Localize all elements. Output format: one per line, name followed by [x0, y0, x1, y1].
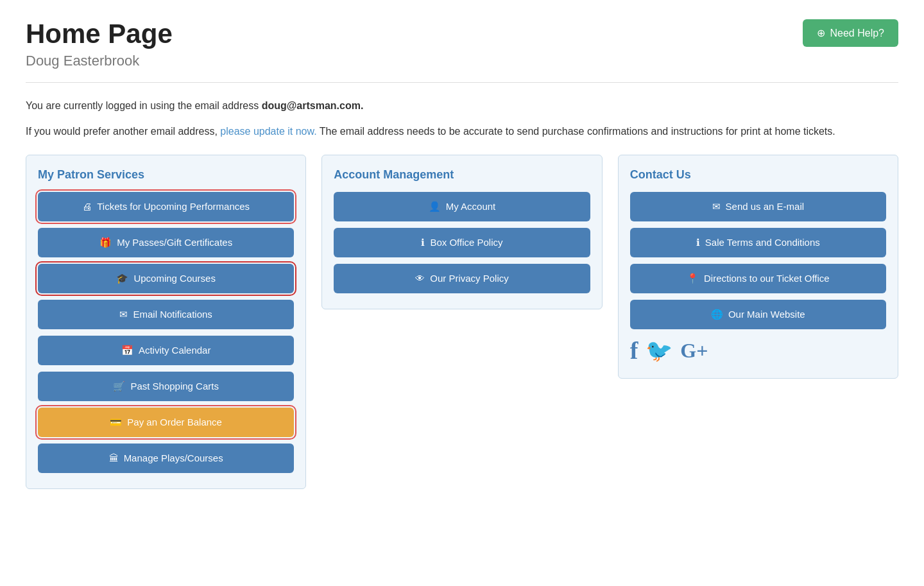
activity-calendar-label: Activity Calendar: [139, 345, 211, 356]
box-office-label: Box Office Policy: [430, 237, 502, 248]
email-notifications-button[interactable]: ✉ Email Notifications: [38, 300, 294, 329]
panels-container: My Patron Services 🖨 Tickets for Upcomin…: [26, 155, 898, 489]
patron-panel-title: My Patron Services: [38, 168, 294, 182]
envelope-icon: ✉: [119, 309, 128, 320]
manage-plays-label: Manage Plays/Courses: [124, 452, 223, 464]
calendar-icon: 📅: [121, 345, 133, 356]
need-help-button[interactable]: ⊕ Need Help?: [803, 19, 899, 47]
passes-label: My Passes/Gift Certificates: [117, 237, 232, 248]
update-prefix: If you would prefer another email addres…: [26, 126, 220, 137]
social-links: f 🐦 G+: [630, 338, 886, 363]
tickets-button[interactable]: 🖨 Tickets for Upcoming Performances: [38, 192, 294, 221]
directions-label: Directions to our Ticket Office: [704, 273, 830, 284]
location-icon: 📍: [687, 273, 699, 284]
main-website-button[interactable]: 🌐 Our Main Website: [630, 300, 886, 329]
help-icon: ⊕: [817, 27, 825, 39]
send-email-label: Send us an E-mail: [726, 201, 805, 212]
my-account-label: My Account: [446, 201, 496, 212]
contact-panel-title: Contact Us: [630, 168, 886, 182]
privacy-policy-button[interactable]: 👁 Our Privacy Policy: [334, 264, 590, 293]
pay-balance-button[interactable]: 💳 Pay an Order Balance: [38, 408, 294, 437]
twitter-icon[interactable]: 🐦: [646, 340, 672, 361]
update-email-info: If you would prefer another email addres…: [26, 124, 898, 139]
tickets-label: Tickets for Upcoming Performances: [97, 201, 250, 212]
sale-terms-button[interactable]: ℹ Sale Terms and Conditions: [630, 228, 886, 257]
account-btn-group: 👤 My Account ℹ Box Office Policy 👁 Our P…: [334, 192, 590, 293]
sale-terms-label: Sale Terms and Conditions: [705, 237, 820, 248]
print-icon: 🖨: [82, 201, 92, 212]
directions-button[interactable]: 📍 Directions to our Ticket Office: [630, 264, 886, 293]
cart-icon: 🛒: [113, 381, 125, 392]
patron-btn-group: 🖨 Tickets for Upcoming Performances 🎁 My…: [38, 192, 294, 473]
past-shopping-label: Past Shopping Carts: [130, 381, 219, 392]
box-office-policy-button[interactable]: ℹ Box Office Policy: [334, 228, 590, 257]
graduation-icon: 🎓: [116, 273, 128, 284]
page-subtitle: Doug Easterbrook: [26, 53, 173, 69]
page-header: Home Page Doug Easterbrook ⊕ Need Help?: [26, 19, 898, 69]
manage-plays-button[interactable]: 🏛 Manage Plays/Courses: [38, 444, 294, 473]
contact-us-panel: Contact Us ✉ Send us an E-mail ℹ Sale Te…: [618, 155, 898, 379]
pay-balance-label: Pay an Order Balance: [127, 417, 222, 428]
main-website-label: Our Main Website: [728, 309, 805, 320]
building-icon: 🏛: [109, 452, 119, 464]
account-panel-title: Account Management: [334, 168, 590, 182]
eye-icon: 👁: [415, 273, 425, 284]
need-help-label: Need Help?: [830, 28, 885, 39]
contact-btn-group: ✉ Send us an E-mail ℹ Sale Terms and Con…: [630, 192, 886, 329]
logged-in-info: You are currently logged in using the em…: [26, 98, 898, 114]
my-account-button[interactable]: 👤 My Account: [334, 192, 590, 221]
email-icon: ✉: [712, 201, 721, 212]
user-icon: 👤: [429, 201, 441, 212]
page-title: Home Page: [26, 19, 173, 49]
globe-icon: 🌐: [711, 309, 723, 320]
passes-button[interactable]: 🎁 My Passes/Gift Certificates: [38, 228, 294, 257]
past-shopping-button[interactable]: 🛒 Past Shopping Carts: [38, 372, 294, 401]
payment-icon: 💳: [110, 417, 122, 428]
facebook-icon[interactable]: f: [630, 338, 638, 363]
account-management-panel: Account Management 👤 My Account ℹ Box Of…: [321, 155, 602, 309]
courses-label: Upcoming Courses: [133, 273, 216, 284]
info-icon: ℹ: [421, 237, 425, 248]
logged-in-prefix: You are currently logged in using the em…: [26, 100, 262, 111]
user-email: doug@artsman.com.: [262, 100, 364, 111]
title-block: Home Page Doug Easterbrook: [26, 19, 173, 69]
googleplus-icon[interactable]: G+: [680, 340, 708, 361]
sale-terms-icon: ℹ: [696, 237, 700, 248]
send-email-button[interactable]: ✉ Send us an E-mail: [630, 192, 886, 221]
email-notifications-label: Email Notifications: [133, 309, 212, 320]
patron-services-panel: My Patron Services 🖨 Tickets for Upcomin…: [26, 155, 306, 489]
gift-icon: 🎁: [99, 237, 112, 248]
activity-calendar-button[interactable]: 📅 Activity Calendar: [38, 336, 294, 365]
update-suffix: The email address needs to be accurate t…: [317, 126, 835, 137]
header-divider: [26, 82, 898, 83]
courses-button[interactable]: 🎓 Upcoming Courses: [38, 264, 294, 293]
privacy-policy-label: Our Privacy Policy: [430, 273, 509, 284]
update-email-link[interactable]: please update it now.: [220, 126, 316, 137]
